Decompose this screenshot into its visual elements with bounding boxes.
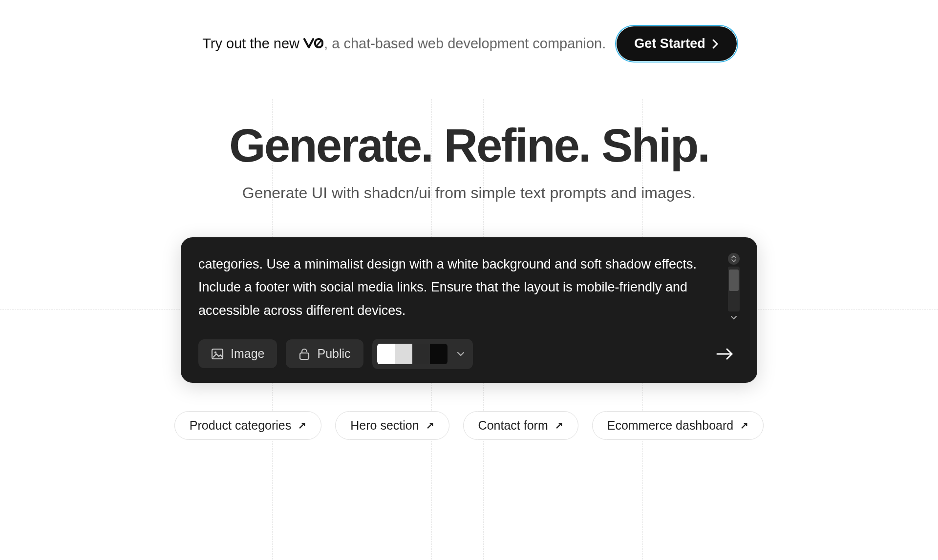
image-button-label: Image: [231, 347, 264, 361]
image-icon: [211, 348, 224, 360]
arrow-up-right-icon: ↗: [555, 419, 563, 431]
suggestion-chips: Product categories ↗ Hero section ↗ Cont…: [0, 411, 938, 440]
hero-title: Generate. Refine. Ship.: [0, 119, 938, 172]
chip-ecommerce-dashboard[interactable]: Ecommerce dashboard ↗: [592, 411, 764, 440]
chip-label: Hero section: [350, 418, 419, 433]
announcement-text: Try out the new , a chat-based web devel…: [202, 36, 606, 52]
banner-suffix: , a chat-based web development companion…: [324, 36, 606, 51]
announcement-banner: Try out the new , a chat-based web devel…: [0, 0, 938, 60]
get-started-button[interactable]: Get Started: [618, 27, 736, 60]
chevron-right-icon: [711, 39, 719, 49]
arrow-up-right-icon: ↗: [740, 419, 748, 431]
public-button-label: Public: [317, 347, 350, 361]
image-upload-button[interactable]: Image: [198, 339, 277, 368]
prompt-input[interactable]: categories. Use a minimalist design with…: [198, 253, 716, 322]
palette-swatches: [377, 344, 448, 364]
swatch-3: [430, 344, 448, 364]
prompt-scrollbar[interactable]: [728, 253, 740, 322]
svg-rect-4: [300, 353, 309, 359]
chip-label: Product categories: [190, 418, 291, 433]
chip-contact-form[interactable]: Contact form ↗: [463, 411, 578, 440]
banner-prefix: Try out the new: [202, 36, 303, 51]
svg-line-1: [316, 40, 321, 46]
scroll-track[interactable]: [728, 267, 740, 311]
chevron-down-icon: [456, 351, 465, 357]
arrow-right-icon: [715, 347, 735, 361]
v0-logo: [303, 37, 324, 50]
chip-product-categories[interactable]: Product categories ↗: [174, 411, 321, 440]
chevron-down-icon[interactable]: [728, 313, 740, 322]
swatch-2: [412, 344, 430, 364]
swatch-1: [395, 344, 412, 364]
chip-label: Ecommerce dashboard: [607, 418, 733, 433]
arrow-up-right-icon: ↗: [298, 419, 306, 431]
scroll-resize-icon[interactable]: [728, 253, 740, 265]
visibility-public-button[interactable]: Public: [286, 339, 363, 368]
theme-palette-button[interactable]: [372, 339, 473, 369]
svg-point-3: [214, 352, 216, 353]
chip-hero-section[interactable]: Hero section ↗: [335, 411, 449, 440]
prompt-panel: categories. Use a minimalist design with…: [181, 237, 757, 383]
get-started-label: Get Started: [634, 36, 705, 51]
chip-label: Contact form: [478, 418, 548, 433]
unlock-icon: [298, 348, 310, 360]
scroll-thumb[interactable]: [729, 270, 739, 291]
submit-button[interactable]: [710, 342, 740, 366]
hero-subtitle: Generate UI with shadcn/ui from simple t…: [0, 184, 938, 202]
swatch-0: [377, 344, 395, 364]
arrow-up-right-icon: ↗: [426, 419, 434, 431]
